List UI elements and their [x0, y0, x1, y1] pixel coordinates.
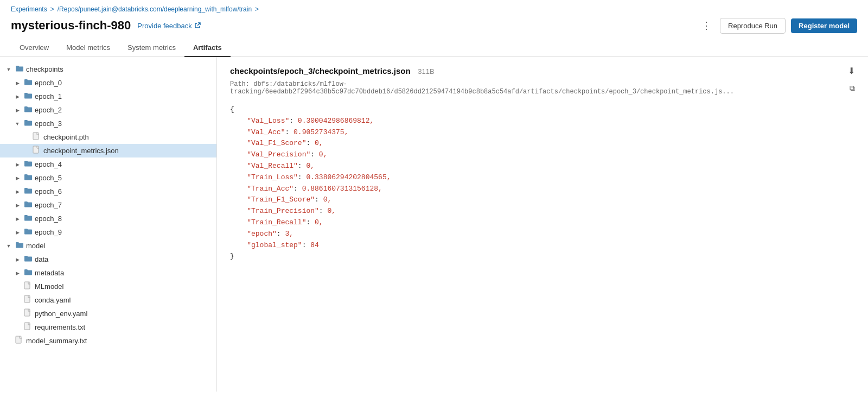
tree-item-epoch_0[interactable]: ▶ epoch_0: [0, 76, 216, 90]
tree-label: data: [35, 255, 48, 263]
tree-item-checkpoint_pth[interactable]: checkpoint.pth: [0, 130, 216, 144]
svg-rect-5: [24, 323, 30, 330]
tree-label: epoch_9: [35, 228, 62, 236]
tree-label: epoch_2: [35, 106, 62, 114]
tree-item-checkpoints[interactable]: ▼ checkpoints: [0, 62, 216, 76]
more-options-button[interactable]: ⋮: [698, 17, 714, 34]
chevron-icon: ▶: [13, 230, 22, 235]
title-right: ⋮ Reproduce Run Register model: [698, 17, 857, 34]
file-icon: [33, 146, 41, 156]
file-icon: [33, 132, 41, 142]
run-title: mysterious-finch-980: [11, 18, 131, 33]
json-line: "Train_Loss": 0.33806294202804565,: [230, 172, 855, 184]
chevron-icon: ▶: [13, 216, 22, 222]
svg-rect-0: [33, 133, 39, 140]
folder-icon: [24, 200, 33, 210]
tab-overview[interactable]: Overview: [11, 39, 58, 57]
tree-label: epoch_1: [35, 92, 62, 100]
tree-label: checkpoint.pth: [43, 133, 89, 141]
tree-item-epoch_7[interactable]: ▶ epoch_7: [0, 198, 216, 212]
json-line: "Val_Loss": 0.300042986869812,: [230, 116, 855, 127]
external-link-icon: [194, 22, 201, 29]
register-model-button[interactable]: Register model: [791, 18, 857, 33]
file-icon: [15, 336, 24, 346]
tab-model-metrics[interactable]: Model metrics: [58, 39, 119, 57]
title-row: mysterious-finch-980 Provide feedback ⋮ …: [0, 15, 868, 39]
tree-item-metadata[interactable]: ▶ metadata: [0, 266, 216, 280]
folder-icon: [15, 241, 24, 251]
tree-item-requirements_txt[interactable]: requirements.txt: [0, 320, 216, 334]
breadcrumb-sep1: >: [50, 5, 54, 13]
file-icon: [24, 295, 33, 305]
tree-item-epoch_5[interactable]: ▶ epoch_5: [0, 171, 216, 185]
full-path-text: Path: dbfs:/databricks/mlflow-tracking/6…: [230, 80, 845, 96]
tree-item-conda_yaml[interactable]: conda.yaml: [0, 293, 216, 307]
tree-item-epoch_8[interactable]: ▶ epoch_8: [0, 212, 216, 225]
tree-item-mlmodel[interactable]: MLmodel: [0, 280, 216, 293]
svg-rect-2: [24, 282, 30, 289]
tree-item-epoch_3[interactable]: ▼ epoch_3: [0, 117, 216, 130]
breadcrumb-experiments[interactable]: Experiments: [11, 5, 47, 13]
tab-artifacts[interactable]: Artifacts: [184, 39, 231, 57]
tree-label: epoch_7: [35, 201, 62, 209]
download-button[interactable]: ⬇: [848, 66, 855, 76]
full-path-row: Path: dbfs:/databricks/mlflow-tracking/6…: [230, 80, 855, 96]
file-icon: [24, 308, 33, 319]
tree-item-checkpoint_metrics_json[interactable]: checkpoint_metrics.json: [0, 144, 216, 157]
tree-label: python_env.yaml: [35, 310, 87, 318]
tree-item-data[interactable]: ▶ data: [0, 253, 216, 266]
file-icon: [24, 281, 33, 292]
json-line: }: [230, 251, 855, 262]
chevron-icon: ▶: [13, 162, 22, 167]
tree-item-epoch_2[interactable]: ▶ epoch_2: [0, 103, 216, 117]
folder-icon: [24, 186, 33, 197]
tree-item-python_env_yaml[interactable]: python_env.yaml: [0, 307, 216, 320]
tree-label: epoch_5: [35, 174, 62, 182]
folder-icon: [24, 227, 33, 237]
breadcrumb-sep2: >: [255, 5, 259, 13]
svg-rect-1: [33, 146, 39, 153]
tree-item-model[interactable]: ▼ model: [0, 239, 216, 253]
tree-label: requirements.txt: [35, 323, 85, 331]
main-layout: ▼ checkpoints▶ epoch_0▶ epoch_1▶ epoch_2…: [0, 57, 868, 392]
tree-label: checkpoints: [26, 65, 63, 73]
tree-label: metadata: [35, 269, 64, 277]
json-line: "Train_Precision": 0,: [230, 206, 855, 217]
tree-item-epoch_1[interactable]: ▶ epoch_1: [0, 90, 216, 103]
file-size: 311B: [418, 67, 434, 75]
json-line: "global_step": 84: [230, 240, 855, 251]
tree-item-epoch_6[interactable]: ▶ epoch_6: [0, 185, 216, 198]
reproduce-run-button[interactable]: Reproduce Run: [720, 18, 786, 34]
tree-item-epoch_4[interactable]: ▶ epoch_4: [0, 157, 216, 171]
svg-rect-3: [24, 295, 30, 303]
tab-system-metrics[interactable]: System metrics: [119, 39, 184, 57]
chevron-icon: ▶: [13, 257, 22, 262]
folder-icon: [24, 173, 33, 183]
json-line: "Train_Recall": 0,: [230, 217, 855, 229]
tree-label: conda.yaml: [35, 296, 71, 304]
feedback-link[interactable]: Provide feedback: [137, 22, 200, 30]
tree-label: epoch_8: [35, 215, 62, 223]
json-content: { "Val_Loss": 0.300042986869812, "Val_Ac…: [230, 104, 855, 262]
tree-label: MLmodel: [35, 282, 63, 291]
tree-item-epoch_9[interactable]: ▶ epoch_9: [0, 225, 216, 239]
json-line: "epoch": 3,: [230, 229, 855, 240]
tree-label: epoch_6: [35, 187, 62, 196]
folder-icon: [24, 268, 33, 278]
json-line: "Train_F1_Score": 0,: [230, 194, 855, 206]
file-icon: [24, 322, 33, 332]
svg-rect-4: [24, 309, 30, 316]
chevron-icon: ▶: [13, 108, 22, 113]
tree-item-model_summary_txt[interactable]: model_summary.txt: [0, 334, 216, 348]
tree-label: epoch_4: [35, 160, 62, 168]
tree-label: epoch_0: [35, 79, 62, 87]
tree-label: model: [26, 242, 45, 250]
title-left: mysterious-finch-980 Provide feedback: [11, 18, 201, 33]
json-line: "Train_Acc": 0.8861607313156128,: [230, 184, 855, 195]
breadcrumb-repo-path[interactable]: /Repos/puneet.jain@databricks.com/deeple…: [58, 5, 252, 13]
tabs-bar: Overview Model metrics System metrics Ar…: [0, 39, 868, 57]
copy-path-button[interactable]: ⧉: [850, 84, 855, 93]
chevron-icon: ▶: [13, 175, 22, 181]
file-title-row: checkpoints/epoch_3/checkpoint_metrics.j…: [230, 66, 435, 75]
folder-icon: [24, 254, 33, 264]
